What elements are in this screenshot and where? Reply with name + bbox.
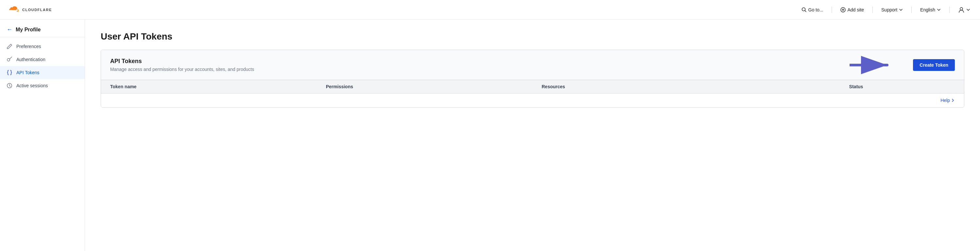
col-resources: Resources [533,80,748,93]
sidebar: ← My Profile Preferences Authentication … [0,20,85,251]
sidebar-back-label: My Profile [16,27,41,33]
col-status: Status [748,80,964,93]
goto-label: Go to... [808,7,823,13]
col-token-name: Token name [101,80,317,93]
nav-divider-1 [832,6,832,13]
api-tokens-card: API Tokens Manage access and permissions… [101,50,964,108]
create-token-arrow-indicator [850,55,892,75]
language-label: English [920,7,935,13]
svg-line-1 [805,11,806,12]
help-link[interactable]: Help [940,98,955,103]
nav-actions: Go to... Add site Support English [800,5,972,14]
page-layout: ← My Profile Preferences Authentication … [0,20,980,251]
clock-icon [6,83,13,89]
main-content: User API Tokens API Tokens Manage access… [85,20,980,251]
svg-point-5 [960,8,963,10]
api-tokens-label: API Tokens [16,70,40,75]
sidebar-item-preferences[interactable]: Preferences [0,40,85,53]
chevron-right-icon [951,98,955,102]
plus-circle-icon [840,7,846,13]
support-label: Support [881,7,897,13]
sidebar-back-button[interactable]: ← My Profile [0,20,85,37]
tokens-card-header: API Tokens Manage access and permissions… [101,50,964,80]
key-icon [6,57,13,62]
cloudflare-logo-icon [8,6,20,14]
language-button[interactable]: English [918,6,943,14]
goto-button[interactable]: Go to... [800,6,826,14]
sidebar-item-active-sessions[interactable]: Active sessions [0,79,85,92]
user-icon [958,6,965,13]
preferences-label: Preferences [16,44,41,49]
chevron-down-icon-user [966,8,970,12]
create-token-button[interactable]: Create Token [913,59,955,71]
user-menu-button[interactable] [956,5,972,14]
tokens-table-header: Token name Permissions Resources Status [101,80,964,94]
tokens-header-info: API Tokens Manage access and permissions… [110,58,254,72]
chevron-down-icon [899,8,903,12]
search-icon [802,7,807,13]
add-site-label: Add site [847,7,864,13]
support-button[interactable]: Support [879,6,905,14]
pencil-icon [6,43,13,49]
nav-divider-2 [872,6,873,13]
help-label: Help [940,98,950,103]
back-arrow-icon: ← [6,26,13,33]
add-site-button[interactable]: Add site [838,6,866,14]
logo[interactable]: CLOUDFLARE [8,6,52,14]
tokens-header-title: API Tokens [110,58,254,65]
chevron-down-icon-lang [937,8,941,12]
sidebar-divider [0,37,85,37]
nav-divider-4 [949,6,950,13]
logo-text: CLOUDFLARE [22,8,52,12]
tokens-footer: Help [101,94,964,107]
sidebar-item-api-tokens[interactable]: API Tokens [0,66,85,79]
curly-brace-icon [6,70,13,76]
top-navigation: CLOUDFLARE Go to... Add site Support Eng… [0,0,980,20]
authentication-label: Authentication [16,57,45,62]
active-sessions-label: Active sessions [16,83,48,88]
sidebar-item-authentication[interactable]: Authentication [0,53,85,66]
col-permissions: Permissions [317,80,533,93]
page-title: User API Tokens [101,31,964,42]
tokens-header-desc: Manage access and permissions for your a… [110,67,254,72]
svg-point-6 [7,59,10,61]
